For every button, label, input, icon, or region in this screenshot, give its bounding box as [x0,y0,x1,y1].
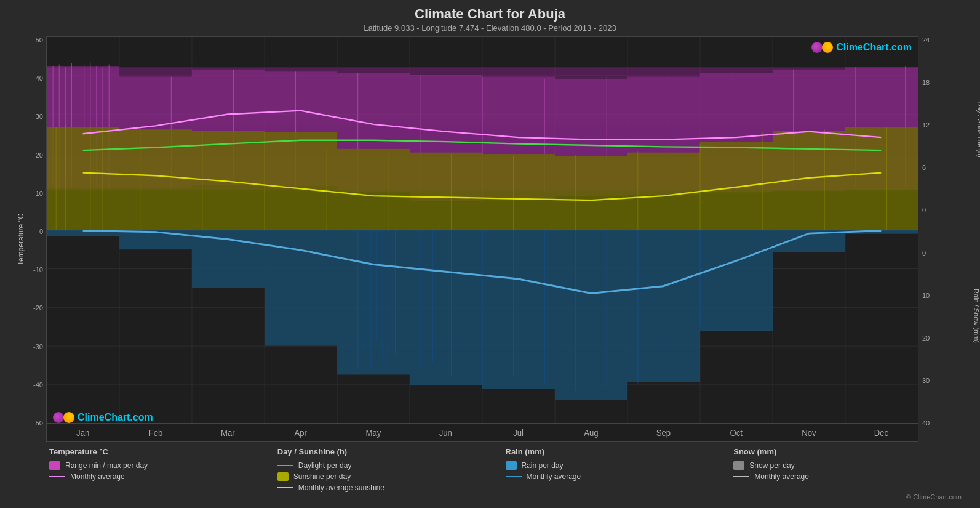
main-container: Climate Chart for Abuja Latitude 9.033 -… [0,0,980,508]
logo-circle-left [811,42,823,53]
legend-label-snow-avg: Monthly average [754,472,809,481]
right-axis-bottom-label: Rain / Snow (mm) [973,289,980,343]
chart-title: Climate Chart for Abuja [12,6,968,22]
svg-rect-30 [555,230,627,400]
logo-circle-right-bottom [63,412,74,423]
svg-text:Dec: Dec [874,427,888,438]
y-axis-left-label: Temperature °C [17,213,25,265]
y-tick-right-30: 30 [922,377,968,384]
legend-label-temp-avg: Monthly average [70,472,125,481]
y-tick: -40 [33,381,43,389]
svg-rect-31 [627,230,700,382]
legend-temperature: Temperature °C Range min / max per day M… [49,447,277,492]
copyright: © ClimeChart.com [12,493,968,502]
legend-item-daylight: Daylight per day [277,461,506,470]
svg-rect-99 [700,142,773,230]
swatch-sunshine [277,472,289,481]
y-tick: 30 [36,113,43,120]
y-tick: -30 [33,343,43,350]
line-sunshine-avg [277,487,293,488]
legend-label-sunshine: Sunshine per day [293,472,351,481]
legend-snow-title: Snow (mm) [733,447,962,456]
y-tick: 20 [36,151,43,159]
line-snow-avg [733,476,749,477]
y-tick-right-0: 0 [922,206,968,214]
legend-label-rain-avg: Monthly average [527,472,581,481]
y-tick: 50 [36,36,43,44]
logo-text-bottom: ClimeChart.com [78,412,153,423]
svg-rect-94 [337,149,410,230]
svg-text:Mar: Mar [221,427,235,438]
right-axis-top-label: Day / Sunshine (h) [976,101,980,157]
svg-rect-24 [119,230,192,249]
legend-item-sunshine-avg: Monthly average sunshine [277,483,506,492]
svg-rect-27 [337,230,410,375]
legend-rain: Rain (mm) Rain per day Monthly average [506,447,734,492]
logo-circle-left-bottom [53,412,64,423]
chart-svg: Jan Feb Mar Apr May Jun Jul Aug Sep Oct … [47,37,918,441]
svg-text:Jan: Jan [76,427,89,438]
svg-text:Jun: Jun [439,427,452,438]
y-tick-right-40: 40 [922,419,968,427]
svg-text:Apr: Apr [294,427,307,438]
legend-snow: Snow (mm) Snow per day Monthly average [733,447,962,492]
legend-label-rain-per-day: Rain per day [522,461,564,470]
y-tick: -10 [33,266,43,273]
swatch-snow [733,461,744,470]
svg-rect-93 [265,132,337,230]
svg-text:Sep: Sep [656,427,671,438]
svg-text:Nov: Nov [802,427,816,438]
legend-temperature-title: Temperature °C [49,447,277,456]
y-tick: -50 [33,419,43,427]
legend-item-rain-avg: Monthly average [506,472,734,481]
y-tick-right-12: 12 [922,121,968,129]
legend-item-temp-range: Range min / max per day [49,461,277,470]
svg-text:Aug: Aug [584,427,598,438]
y-tick: 10 [36,190,43,197]
svg-text:Oct: Oct [730,427,742,438]
swatch-temp-range [49,461,60,470]
svg-rect-26 [265,230,337,346]
svg-rect-32 [700,230,773,331]
y-tick-right-24: 24 [922,36,968,44]
legend-item-temp-avg: Monthly average [49,472,277,481]
legend-rain-title: Rain (mm) [506,447,734,456]
legend-label-snow-per-day: Snow per day [749,461,794,470]
line-rain-avg [506,476,522,477]
legend-sunshine-title: Day / Sunshine (h) [277,447,506,456]
legend-item-sunshine: Sunshine per day [277,472,506,481]
svg-rect-29 [482,230,555,389]
legend-label-temp-range: Range min / max per day [65,461,148,470]
svg-rect-101 [845,127,918,230]
svg-rect-100 [773,131,845,230]
svg-text:Jul: Jul [513,427,524,438]
logo-bottom: ClimeChart.com [53,412,153,423]
chart-subtitle: Latitude 9.033 - Longitude 7.474 - Eleva… [12,23,968,33]
legend-sunshine: Day / Sunshine (h) Daylight per day Suns… [277,447,506,492]
y-tick: -20 [33,304,43,312]
line-temp-avg [49,476,65,477]
svg-rect-91 [119,129,192,230]
legend-item-snow-per-day: Snow per day [733,461,962,470]
legend-area: Temperature °C Range min / max per day M… [12,442,968,493]
y-tick-right-6: 6 [922,164,968,171]
legend-item-rain-per-day: Rain per day [506,461,734,470]
svg-rect-95 [410,153,482,230]
legend-label-daylight: Daylight per day [298,461,352,470]
legend-item-snow-avg: Monthly average [733,472,962,481]
svg-rect-98 [627,153,700,230]
y-tick-right-20: 20 [922,334,968,342]
svg-text:May: May [366,427,382,438]
logo-top: ClimeChart.com [811,42,912,53]
y-axis-left: Temperature °C 50 40 30 20 10 0 -10 -20 … [12,36,46,442]
swatch-rain [506,461,517,470]
line-daylight [277,465,293,466]
svg-rect-90 [47,127,119,230]
y-tick-right-18: 18 [922,79,968,86]
chart-inner: Jan Feb Mar Apr May Jun Jul Aug Sep Oct … [46,36,918,442]
legend-label-sunshine-avg: Monthly average sunshine [298,483,384,492]
y-tick: 40 [36,75,43,82]
svg-text:Feb: Feb [149,427,163,438]
y-tick: 0 [39,228,43,235]
y-tick-right-10: 10 [922,292,968,299]
